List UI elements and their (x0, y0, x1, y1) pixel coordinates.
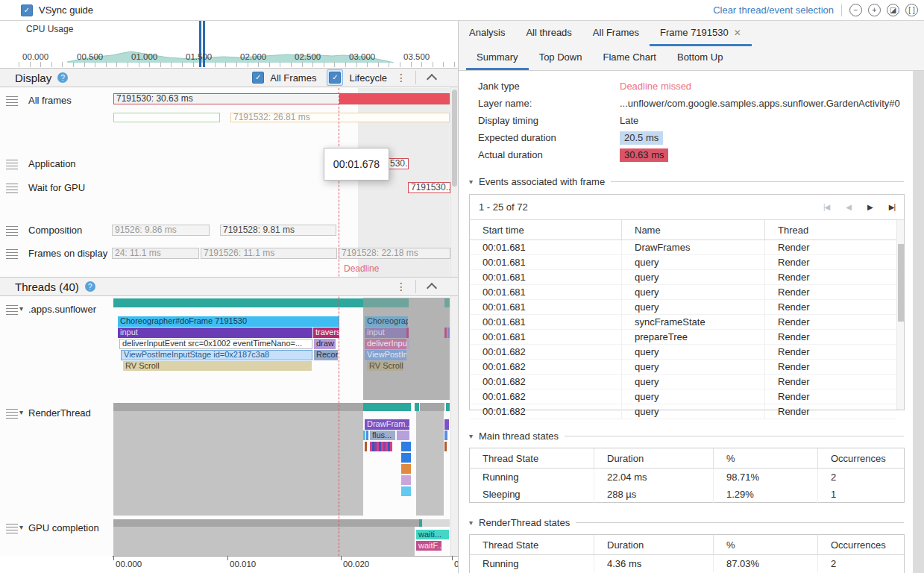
draw-bar[interactable]: draw (314, 339, 336, 349)
waitfence-bar[interactable]: waitF... (416, 541, 441, 551)
next-page-button[interactable]: ▶ (867, 203, 873, 211)
application-bar-7191530[interactable]: 530... (387, 158, 409, 169)
expander-caret-icon[interactable]: ▾ (19, 304, 23, 313)
table-row[interactable]: 00:01.681queryRender (470, 255, 896, 270)
track-grip-icon[interactable] (6, 249, 18, 259)
choreographer-doframe-bar[interactable]: Choreographer#doFrame 7191530 (118, 316, 339, 327)
subtab-top-down[interactable]: Top Down (529, 46, 593, 70)
table-row[interactable]: 00:01.682queryRender (470, 360, 896, 375)
more-options-icon[interactable]: ⋮ (396, 72, 406, 84)
tab-analysis[interactable]: Analysis (459, 21, 515, 46)
cpu-usage-chart[interactable]: CPU Usage 00.00000.50001.00001.50002.000… (19, 21, 457, 67)
more-options-icon[interactable]: ⋮ (396, 281, 406, 292)
rt-mark-blue[interactable] (366, 430, 368, 440)
events-table-scrollbar-thumb[interactable] (898, 244, 904, 322)
subtab-bottom-up[interactable]: Bottom Up (667, 46, 733, 70)
rt-stripe-10[interactable] (390, 442, 392, 451)
all-frames-bar-7191530-overrun[interactable] (339, 93, 450, 104)
composition-bar-7191528[interactable]: 7191528: 9.81 ms (220, 225, 336, 236)
tab-all-frames[interactable]: All Frames (582, 21, 650, 46)
track-grip-icon[interactable] (6, 524, 18, 533)
table-row[interactable]: 00:01.681DrawFramesRender (470, 240, 896, 255)
column-header-thread[interactable]: Thread (765, 220, 896, 239)
track-grip-icon[interactable] (6, 305, 18, 315)
collapse-triangle-icon[interactable]: ▾ (469, 432, 473, 440)
record-bar[interactable]: Record ... (314, 350, 338, 360)
track-grip-icon[interactable] (6, 184, 18, 193)
column-header-thread-state[interactable]: Thread State (470, 535, 594, 554)
sunflower-running-bar[interactable] (113, 298, 363, 307)
track-grip-icon[interactable] (6, 409, 18, 419)
renderthread-states-header[interactable]: ▾ RenderThread states (469, 517, 904, 528)
clear-selection-link[interactable]: Clear thread/event selection (713, 4, 834, 16)
deliver-input-event-bar-dim[interactable]: deliverInputEven... (365, 339, 406, 349)
events-section-header[interactable]: ▾ Events associated with frame (469, 176, 904, 187)
tab-all-threads[interactable]: All threads (515, 21, 582, 46)
rt-block-blue-1[interactable] (401, 442, 411, 451)
input-bar-dim[interactable]: input (365, 328, 406, 338)
rv-scroll-bar-dim[interactable]: RV Scroll (367, 361, 403, 371)
drawframes-sliver[interactable] (444, 419, 449, 430)
column-header-thread-state[interactable]: Thread State (470, 448, 594, 468)
waiting-bar[interactable]: waiti... (416, 530, 449, 539)
all-frames-bar-green[interactable] (113, 113, 220, 122)
table-row[interactable]: 00:01.682queryRender (470, 389, 896, 404)
wait-for-gpu-bar-7191530[interactable]: 7191530... (408, 182, 450, 193)
column-header-[interactable]: % (714, 448, 818, 468)
rt-mark-cyan[interactable] (363, 430, 365, 440)
collapse-triangle-icon[interactable]: ▾ (469, 178, 473, 186)
lifecycle-checkbox[interactable]: ✓ (329, 72, 341, 84)
table-row[interactable]: Running4.36 ms87.03%2 (470, 555, 904, 572)
all-frames-checkbox[interactable]: ✓ (252, 72, 264, 84)
composition-bar-7191526[interactable]: 91526: 9.86 ms (112, 225, 210, 236)
timeline-scrollbar-thumb[interactable] (452, 90, 457, 187)
subtab-flame-chart[interactable]: Flame Chart (592, 46, 667, 70)
frames-on-display-bar-24[interactable]: 24: 11.1 ms (112, 248, 199, 259)
table-row[interactable]: 00:01.681prepareTreeRender (470, 330, 896, 345)
close-tab-icon[interactable]: ✕ (734, 28, 741, 38)
rv-scroll-bar[interactable]: RV Scroll (123, 361, 312, 371)
sunflower-running-bar-dim[interactable] (363, 298, 409, 307)
viewpostime-input-stage-bar-dim[interactable]: ViewPostImeInp... (365, 350, 406, 360)
expander-caret-icon[interactable]: ▾ (19, 408, 23, 416)
table-row[interactable]: Sleeping288 µs1.29%1 (470, 486, 904, 503)
deliver-input-event-bar[interactable]: deliverInputEvent src=0x1002 eventTimeNa… (119, 339, 312, 349)
analysis-panel-scrollbar-gutter[interactable] (913, 71, 924, 573)
events-table-scrollbar[interactable] (896, 220, 904, 410)
table-row[interactable]: 00:01.681queryRender (470, 270, 896, 285)
collapse-section-icon[interactable] (427, 283, 437, 293)
viewpostime-input-stage-bar[interactable]: ViewPostImeInputStage id=0x2187c3a8 (121, 350, 312, 360)
draw-sliver-dim[interactable] (407, 339, 409, 349)
table-row[interactable]: 00:01.682queryRender (470, 404, 896, 419)
sunflower-running-bar-dim-2[interactable] (444, 298, 450, 307)
timeline-scrollbar[interactable] (450, 87, 458, 556)
column-header-start-time[interactable]: Start time (470, 220, 622, 239)
help-icon[interactable]: ? (57, 72, 68, 83)
table-row[interactable]: 00:01.681syncFrameStateRender (470, 315, 896, 330)
zoom-in-icon[interactable]: + (868, 4, 881, 16)
renderthread-running-bar-3[interactable] (446, 403, 450, 411)
table-row[interactable]: 00:01.682queryRender (470, 375, 896, 389)
rt-block-cyan[interactable] (401, 486, 411, 496)
renderthread-running-bar-2[interactable] (415, 403, 419, 411)
help-icon[interactable]: ? (85, 281, 95, 292)
rt-mark-brown[interactable] (365, 442, 367, 451)
zoom-out-icon[interactable]: − (849, 4, 862, 16)
input-sliver-right-1[interactable] (444, 328, 447, 338)
column-header-[interactable]: % (714, 535, 818, 554)
input-bar[interactable]: input (118, 328, 312, 338)
flush-bar[interactable]: flus... (370, 430, 395, 440)
frames-on-display-bar-7191528[interactable]: 7191528: 22.18 ms (339, 248, 450, 259)
zoom-to-selection-icon[interactable]: [ ] (905, 4, 918, 16)
last-page-button[interactable]: ▶| (889, 203, 895, 211)
rt-block-orange[interactable] (401, 464, 411, 474)
collapse-section-icon[interactable] (427, 74, 437, 84)
column-header-duration[interactable]: Duration (594, 535, 714, 554)
flush-bar-lavender[interactable] (397, 430, 409, 440)
gpu-running-teal-sliver[interactable] (419, 519, 422, 527)
main-thread-states-header[interactable]: ▾ Main thread states (469, 430, 904, 442)
table-row[interactable]: 00:01.681queryRender (470, 285, 896, 300)
table-row[interactable]: Running22.04 ms98.71%2 (470, 469, 904, 486)
table-row[interactable]: 00:01.681queryRender (470, 300, 896, 315)
subtab-summary[interactable]: Summary (466, 46, 529, 70)
